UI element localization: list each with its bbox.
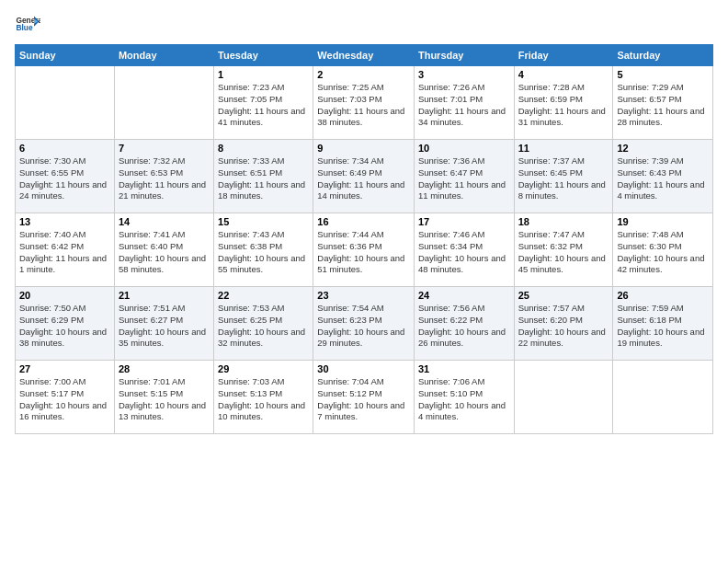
day-info: Sunrise: 7:06 AM Sunset: 5:10 PM Dayligh… [418,376,510,423]
day-info: Sunrise: 7:56 AM Sunset: 6:22 PM Dayligh… [418,303,510,350]
day-number: 14 [119,216,210,227]
day-number: 21 [119,290,210,301]
week-row-4: 20Sunrise: 7:50 AM Sunset: 6:29 PM Dayli… [16,287,713,361]
calendar-cell: 17Sunrise: 7:46 AM Sunset: 6:34 PM Dayli… [414,213,514,287]
day-number: 28 [119,363,210,374]
day-number: 27 [19,363,110,374]
day-info: Sunrise: 7:23 AM Sunset: 7:05 PM Dayligh… [218,82,309,129]
day-info: Sunrise: 7:57 AM Sunset: 6:20 PM Dayligh… [518,303,609,350]
day-number: 5 [617,69,709,80]
day-info: Sunrise: 7:59 AM Sunset: 6:18 PM Dayligh… [617,303,709,350]
day-number: 24 [418,290,510,301]
day-info: Sunrise: 7:44 AM Sunset: 6:36 PM Dayligh… [317,229,410,276]
day-info: Sunrise: 7:01 AM Sunset: 5:15 PM Dayligh… [119,376,210,423]
day-header-saturday: Saturday [613,45,713,66]
day-info: Sunrise: 7:39 AM Sunset: 6:43 PM Dayligh… [617,155,709,202]
day-info: Sunrise: 7:54 AM Sunset: 6:23 PM Dayligh… [317,303,410,350]
day-number: 31 [418,363,510,374]
page-container: General Blue SundayMondayTuesdayWednesda… [0,0,728,442]
day-info: Sunrise: 7:37 AM Sunset: 6:45 PM Dayligh… [518,155,609,202]
week-row-1: 1Sunrise: 7:23 AM Sunset: 7:05 PM Daylig… [16,66,713,140]
calendar-cell: 4Sunrise: 7:28 AM Sunset: 6:59 PM Daylig… [514,66,613,140]
week-row-5: 27Sunrise: 7:00 AM Sunset: 5:17 PM Dayli… [16,361,713,434]
calendar-cell: 15Sunrise: 7:43 AM Sunset: 6:38 PM Dayli… [214,213,313,287]
calendar-cell: 5Sunrise: 7:29 AM Sunset: 6:57 PM Daylig… [613,66,713,140]
day-number: 2 [317,69,410,80]
day-number: 16 [317,216,410,227]
calendar-cell: 31Sunrise: 7:06 AM Sunset: 5:10 PM Dayli… [414,361,514,434]
calendar-cell [514,361,613,434]
day-info: Sunrise: 7:43 AM Sunset: 6:38 PM Dayligh… [218,229,309,276]
day-header-thursday: Thursday [414,45,514,66]
day-number: 20 [19,290,110,301]
calendar-cell: 19Sunrise: 7:48 AM Sunset: 6:30 PM Dayli… [613,213,713,287]
calendar-cell: 7Sunrise: 7:32 AM Sunset: 6:53 PM Daylig… [114,140,213,213]
day-number: 18 [518,216,609,227]
calendar-cell: 18Sunrise: 7:47 AM Sunset: 6:32 PM Dayli… [514,213,613,287]
calendar-cell: 8Sunrise: 7:33 AM Sunset: 6:51 PM Daylig… [214,140,313,213]
day-number: 25 [518,290,609,301]
day-number: 13 [19,216,110,227]
day-info: Sunrise: 7:03 AM Sunset: 5:13 PM Dayligh… [218,376,309,423]
day-number: 29 [218,363,309,374]
day-number: 23 [317,290,410,301]
calendar-cell: 26Sunrise: 7:59 AM Sunset: 6:18 PM Dayli… [613,287,713,361]
day-header-friday: Friday [514,45,613,66]
day-info: Sunrise: 7:46 AM Sunset: 6:34 PM Dayligh… [418,229,510,276]
day-info: Sunrise: 7:25 AM Sunset: 7:03 PM Dayligh… [317,82,410,129]
day-number: 8 [218,143,309,154]
header-row: SundayMondayTuesdayWednesdayThursdayFrid… [16,45,713,66]
day-header-wednesday: Wednesday [313,45,415,66]
calendar-cell: 12Sunrise: 7:39 AM Sunset: 6:43 PM Dayli… [613,140,713,213]
calendar-cell: 28Sunrise: 7:01 AM Sunset: 5:15 PM Dayli… [114,361,213,434]
calendar-cell: 23Sunrise: 7:54 AM Sunset: 6:23 PM Dayli… [313,287,415,361]
day-info: Sunrise: 7:47 AM Sunset: 6:32 PM Dayligh… [518,229,609,276]
calendar-cell: 3Sunrise: 7:26 AM Sunset: 7:01 PM Daylig… [414,66,514,140]
calendar-cell [114,66,213,140]
calendar-cell: 29Sunrise: 7:03 AM Sunset: 5:13 PM Dayli… [214,361,313,434]
calendar-cell: 6Sunrise: 7:30 AM Sunset: 6:55 PM Daylig… [16,140,115,213]
calendar-cell: 25Sunrise: 7:57 AM Sunset: 6:20 PM Dayli… [514,287,613,361]
day-info: Sunrise: 7:28 AM Sunset: 6:59 PM Dayligh… [518,82,609,129]
day-number: 9 [317,143,410,154]
week-row-3: 13Sunrise: 7:40 AM Sunset: 6:42 PM Dayli… [16,213,713,287]
day-header-sunday: Sunday [16,45,115,66]
day-number: 12 [617,143,709,154]
day-number: 7 [119,143,210,154]
calendar-cell: 20Sunrise: 7:50 AM Sunset: 6:29 PM Dayli… [16,287,115,361]
day-info: Sunrise: 7:53 AM Sunset: 6:25 PM Dayligh… [218,303,309,350]
calendar-cell: 2Sunrise: 7:25 AM Sunset: 7:03 PM Daylig… [313,66,415,140]
day-info: Sunrise: 7:04 AM Sunset: 5:12 PM Dayligh… [317,376,410,423]
day-number: 10 [418,143,510,154]
day-info: Sunrise: 7:36 AM Sunset: 6:47 PM Dayligh… [418,155,510,202]
logo-icon: General Blue [15,11,40,37]
calendar-cell: 9Sunrise: 7:34 AM Sunset: 6:49 PM Daylig… [313,140,415,213]
day-info: Sunrise: 7:48 AM Sunset: 6:30 PM Dayligh… [617,229,709,276]
day-info: Sunrise: 7:40 AM Sunset: 6:42 PM Dayligh… [19,229,110,276]
day-header-tuesday: Tuesday [214,45,313,66]
day-number: 15 [218,216,309,227]
day-info: Sunrise: 7:33 AM Sunset: 6:51 PM Dayligh… [218,155,309,202]
day-info: Sunrise: 7:51 AM Sunset: 6:27 PM Dayligh… [119,303,210,350]
day-number: 3 [418,69,510,80]
day-info: Sunrise: 7:32 AM Sunset: 6:53 PM Dayligh… [119,155,210,202]
calendar-table: SundayMondayTuesdayWednesdayThursdayFrid… [15,44,713,434]
day-number: 30 [317,363,410,374]
calendar-cell: 21Sunrise: 7:51 AM Sunset: 6:27 PM Dayli… [114,287,213,361]
calendar-cell [16,66,115,140]
calendar-cell: 14Sunrise: 7:41 AM Sunset: 6:40 PM Dayli… [114,213,213,287]
calendar-cell: 10Sunrise: 7:36 AM Sunset: 6:47 PM Dayli… [414,140,514,213]
day-info: Sunrise: 7:41 AM Sunset: 6:40 PM Dayligh… [119,229,210,276]
day-number: 17 [418,216,510,227]
day-info: Sunrise: 7:34 AM Sunset: 6:49 PM Dayligh… [317,155,410,202]
calendar-cell: 1Sunrise: 7:23 AM Sunset: 7:05 PM Daylig… [214,66,313,140]
day-info: Sunrise: 7:00 AM Sunset: 5:17 PM Dayligh… [19,376,110,423]
day-info: Sunrise: 7:26 AM Sunset: 7:01 PM Dayligh… [418,82,510,129]
day-number: 26 [617,290,709,301]
calendar-cell [613,361,713,434]
calendar-cell: 30Sunrise: 7:04 AM Sunset: 5:12 PM Dayli… [313,361,415,434]
day-number: 6 [19,143,110,154]
header: General Blue [15,11,713,37]
day-info: Sunrise: 7:50 AM Sunset: 6:29 PM Dayligh… [19,303,110,350]
week-row-2: 6Sunrise: 7:30 AM Sunset: 6:55 PM Daylig… [16,140,713,213]
